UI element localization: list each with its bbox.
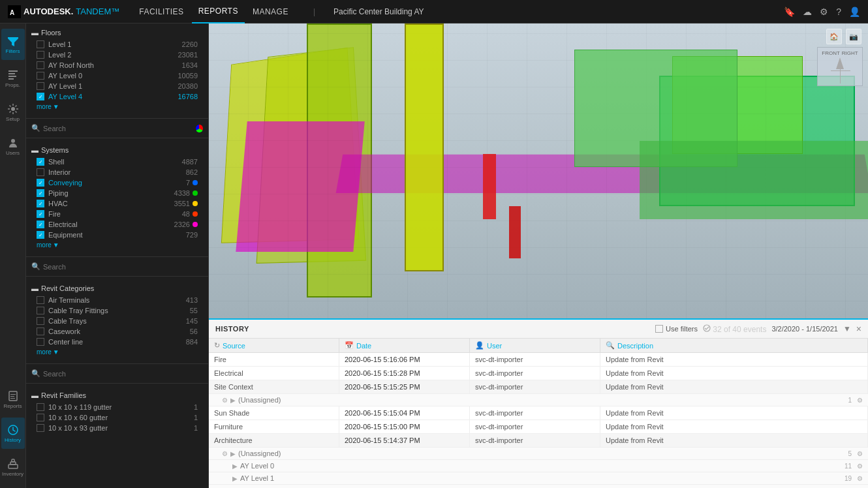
revit-fam-gutter1[interactable]: 10 x 10 x 119 gutter 1 — [31, 402, 203, 412]
arch-expand-row-3: ▶ AY Level 1 19 ⚙ — [209, 472, 868, 485]
arch-row-settings-3[interactable]: ⚙ — [857, 475, 863, 482]
floor-level2-checkbox[interactable] — [37, 51, 44, 59]
floor-level2[interactable]: Level 2 23081 — [31, 50, 203, 60]
revit-cable-tray-fittings-checkbox[interactable] — [37, 307, 44, 314]
revit-center-line-checkbox[interactable] — [37, 338, 44, 346]
floor-level1[interactable]: Level 1 2260 — [31, 39, 203, 50]
table-row-architecture[interactable]: Architecture 2020-06-15 5:14:37 PM svc-d… — [209, 434, 868, 448]
system-piping[interactable]: Piping 4338 — [31, 188, 203, 198]
arch-gear-icon[interactable]: ⚙ — [222, 450, 228, 457]
floor-ay-level0[interactable]: AY Level 0 10059 — [31, 70, 203, 81]
sidebar-item-history[interactable]: History — [1, 418, 25, 449]
tree-chevron-icon[interactable]: ▶ — [230, 397, 236, 404]
history-close-button[interactable]: × — [856, 324, 861, 334]
system-equipment[interactable]: Equipment 729 — [31, 230, 203, 240]
system-electrical-checkbox[interactable] — [37, 221, 44, 228]
system-piping-checkbox[interactable] — [37, 189, 44, 197]
floor-ay-roof-north[interactable]: AY Roof North 1634 — [31, 60, 203, 70]
system-electrical[interactable]: Electrical 2326 — [31, 219, 203, 230]
floor-ay-roof-north-checkbox[interactable] — [37, 61, 44, 69]
table-row-electrical[interactable]: Electrical 2020-06-15 5:15:28 PM svc-dt-… — [209, 367, 868, 380]
site-row-settings-icon[interactable]: ⚙ — [857, 397, 863, 404]
floors-search-input[interactable] — [43, 125, 193, 132]
floor-ay-level1-checkbox[interactable] — [37, 82, 44, 90]
floors-search-icon[interactable]: 🔍 — [31, 124, 40, 132]
revit-center-line[interactable]: Center line 884 — [31, 337, 203, 347]
revit-fam-gutter2[interactable]: 10 x 10 x 60 gutter 1 — [31, 412, 203, 423]
floor-ay-level0-checkbox[interactable] — [37, 72, 44, 80]
history-col-date[interactable]: 📅 Date — [339, 339, 470, 352]
table-row-site-context[interactable]: Site Context 2020-06-15 5:15:25 PM svc-d… — [209, 380, 868, 394]
nav-manage[interactable]: MANAGE — [246, 0, 295, 23]
floor-ay-level1[interactable]: AY Level 1 20380 — [31, 81, 203, 91]
system-hvac-checkbox[interactable] — [37, 200, 44, 207]
tree-gear-icon[interactable]: ⚙ — [222, 397, 228, 404]
systems-more[interactable]: more ▼ — [31, 240, 203, 251]
floor-level1-checkbox[interactable] — [37, 40, 44, 48]
system-shell[interactable]: Shell 4887 — [31, 157, 203, 167]
nav-facilities[interactable]: FACILITIES — [132, 0, 190, 23]
arch-chevron-3[interactable]: ▶ — [232, 475, 238, 482]
history-col-description[interactable]: 🔍 Description — [600, 339, 868, 352]
system-interior[interactable]: Interior 862 — [31, 167, 203, 177]
revit-cat-search-input[interactable] — [43, 370, 203, 378]
viewport-camera-icon[interactable]: 📷 — [846, 29, 861, 44]
table-row-furniture[interactable]: Furniture 2020-06-15 5:15:00 PM svc-dt-i… — [209, 420, 868, 434]
user-avatar[interactable]: 👤 — [849, 7, 860, 17]
settings-icon[interactable]: ⚙ — [820, 7, 828, 17]
floors-section-header[interactable]: ▬ Floors — [31, 26, 203, 39]
system-fire[interactable]: Fire 48 — [31, 209, 203, 219]
arch-row-settings-1[interactable]: ⚙ — [857, 450, 863, 457]
sidebar-item-reports[interactable]: Reports — [1, 384, 25, 415]
floor-ay-level4-checkbox[interactable] — [37, 93, 44, 100]
history-date-range: 3/2/2020 - 1/15/2021 — [771, 325, 838, 333]
systems-section-header[interactable]: ▬ Systems — [31, 144, 203, 157]
table-row-fire[interactable]: Fire 2020-06-15 5:16:06 PM svc-dt-import… — [209, 353, 868, 367]
revit-fam-gutter2-checkbox[interactable] — [37, 414, 44, 421]
system-shell-checkbox[interactable] — [37, 158, 44, 166]
revit-categories-more[interactable]: more ▼ — [31, 347, 203, 358]
sidebar-item-setup[interactable]: Setup — [1, 97, 25, 128]
arch-chevron-2[interactable]: ▶ — [232, 463, 238, 470]
sidebar-item-users[interactable]: Users — [1, 130, 25, 162]
system-equipment-checkbox[interactable] — [37, 231, 44, 239]
sidebar-item-props[interactable]: Props. — [1, 63, 25, 94]
revit-air-terminals-checkbox[interactable] — [37, 296, 44, 304]
revit-families-header[interactable]: ▬ Revit Families — [31, 389, 203, 402]
viewport-home-icon[interactable]: 🏠 — [826, 29, 842, 44]
system-hvac[interactable]: HVAC 3551 — [31, 198, 203, 209]
history-date-dropdown-icon[interactable]: ▼ — [843, 324, 851, 333]
arch-row-settings-2[interactable]: ⚙ — [857, 463, 863, 470]
nav-reports[interactable]: REPORTS — [192, 0, 245, 23]
sidebar-item-inventory[interactable]: Inventory — [1, 451, 25, 483]
revit-air-terminals[interactable]: Air Terminals 413 — [31, 295, 203, 305]
system-interior-checkbox[interactable] — [37, 168, 44, 176]
revit-categories-header[interactable]: ▬ Revit Categories — [31, 282, 203, 295]
revit-casework-checkbox[interactable] — [37, 328, 44, 335]
revit-fam-gutter3-checkbox[interactable] — [37, 424, 44, 432]
table-row-sun-shade[interactable]: Sun Shade 2020-06-15 5:15:04 PM svc-dt-i… — [209, 406, 868, 420]
bookmark-icon[interactable]: 🔖 — [784, 7, 795, 17]
revit-cable-tray-fittings[interactable]: Cable Tray Fittings 55 — [31, 305, 203, 316]
revit-fam-gutter1-checkbox[interactable] — [37, 403, 44, 411]
history-col-user[interactable]: 👤 User — [470, 339, 600, 352]
cloud-icon[interactable]: ☁ — [803, 7, 812, 17]
systems-search-input[interactable] — [43, 263, 203, 271]
revit-cat-search-icon[interactable]: 🔍 — [31, 369, 40, 378]
floor-ay-level4[interactable]: AY Level 4 16768 — [31, 91, 203, 102]
revit-cable-trays[interactable]: Cable Trays 145 — [31, 316, 203, 326]
system-fire-checkbox[interactable] — [37, 210, 44, 218]
system-conveying[interactable]: Conveying 7 — [31, 177, 203, 188]
revit-fam-gutter3[interactable]: 10 x 10 x 93 gutter 1 — [31, 423, 203, 433]
systems-search-icon[interactable]: 🔍 — [31, 262, 40, 271]
arch-chevron-icon[interactable]: ▶ — [230, 450, 236, 457]
revit-cable-trays-checkbox[interactable] — [37, 317, 44, 325]
system-conveying-checkbox[interactable] — [37, 179, 44, 187]
use-filters-checkbox[interactable] — [655, 325, 663, 333]
history-col-source[interactable]: ↻ Source — [209, 339, 339, 352]
help-icon[interactable]: ? — [836, 7, 841, 17]
use-filters-checkbox-row[interactable]: Use filters — [655, 325, 698, 333]
sidebar-item-filters[interactable]: Filters — [1, 29, 25, 60]
floors-more[interactable]: more ▼ — [31, 102, 203, 113]
revit-casework[interactable]: Casework 56 — [31, 326, 203, 337]
